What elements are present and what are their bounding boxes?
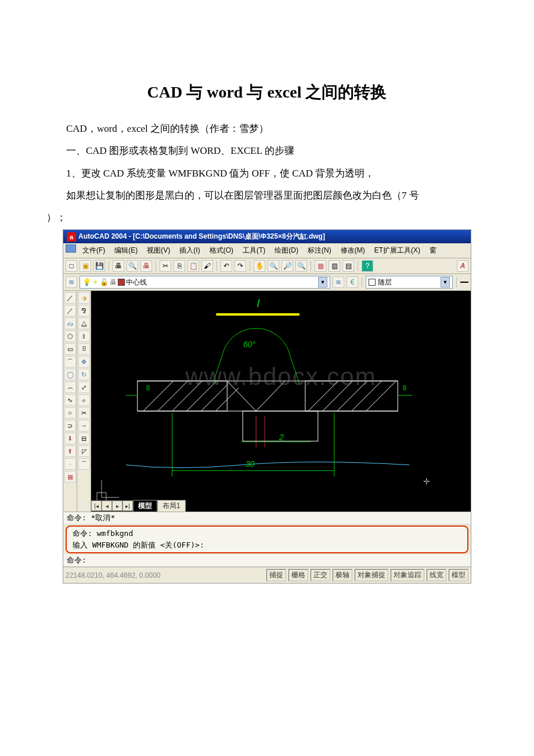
cmd-history-3: 输入 WMFBKGND 的新值 <关(OFF)>: — [69, 539, 465, 551]
menu-et-extension[interactable]: ET扩展工具(X) — [370, 244, 425, 257]
move-icon[interactable]: ✥ — [78, 356, 90, 368]
stretch-icon[interactable]: ⟐ — [78, 394, 90, 406]
osnap-button[interactable]: 对象捕捉 — [355, 569, 388, 581]
sun-icon: ☀ — [92, 278, 99, 286]
menu-insert[interactable]: 插入(I) — [175, 244, 204, 257]
redo-icon[interactable]: ↷ — [234, 260, 246, 272]
scale-icon[interactable]: ⤢ — [78, 381, 90, 393]
undo-icon[interactable]: ↶ — [221, 260, 232, 272]
cad-drawing: I — [91, 291, 471, 512]
hatch-icon[interactable]: ▦ — [64, 471, 76, 483]
menu-format[interactable]: 格式(O) — [205, 244, 238, 257]
fillet-icon[interactable]: ⌒ — [78, 458, 90, 470]
revcloud-icon[interactable]: ෴ — [64, 381, 76, 393]
publish-icon[interactable]: 🖶 — [140, 260, 152, 272]
trim-icon[interactable]: ✂ — [78, 407, 90, 419]
text-style-icon[interactable]: A — [457, 260, 468, 272]
point-icon[interactable]: · — [64, 458, 76, 470]
menu-edit[interactable]: 编辑(E) — [110, 244, 142, 257]
model-button[interactable]: 模型 — [449, 569, 468, 581]
menu-window[interactable]: 窗 — [425, 244, 441, 257]
polygon-icon[interactable]: ⬠ — [64, 330, 76, 342]
help-icon[interactable]: ? — [362, 260, 373, 272]
copy-obj-icon[interactable]: ⅋ — [78, 305, 90, 316]
paragraph-step-1: 1、更改 CAD 系统变量 WMFBKGND 值为 OFF，使 CAD 背景为透… — [46, 164, 488, 183]
pan-icon[interactable]: ✋ — [254, 260, 265, 272]
cmd-prompt[interactable]: 命令: — [63, 555, 471, 567]
paragraph-intro: CAD，word，excel 之间的转换（作者：雪梦） — [46, 120, 488, 138]
mirror-icon[interactable]: ⧋ — [78, 318, 90, 329]
break-icon[interactable]: ⊟ — [78, 433, 90, 444]
tab-next-icon[interactable]: ▸ — [112, 501, 122, 511]
copy-icon[interactable]: ⎘ — [174, 260, 185, 272]
tab-last-icon[interactable]: ▸| — [122, 501, 133, 511]
new-icon[interactable]: □ — [66, 260, 77, 272]
tab-first-icon[interactable]: |◂ — [91, 501, 102, 511]
paragraph-step-1c: ）； — [46, 208, 488, 227]
menu-dimension[interactable]: 标注(N) — [303, 244, 336, 257]
polar-button[interactable]: 极轴 — [333, 569, 352, 581]
rotate-icon[interactable]: ↻ — [78, 369, 90, 380]
save-icon[interactable]: 💾 — [93, 260, 105, 272]
tab-model[interactable]: 模型 — [133, 500, 157, 512]
zoom-realtime-icon[interactable]: 🔍 — [268, 260, 279, 272]
paragraph-step-1b: 如果想让复制的图形是黑白的，可以在图层管理器里面把图层颜色改为白色（7 号 — [46, 186, 488, 205]
cut-icon[interactable]: ✂ — [160, 260, 171, 272]
rectangle-icon[interactable]: ▭ — [64, 343, 76, 355]
modify-toolbar: ⬗ ⅋ ⧋ ⫴ ⠿ ✥ ↻ ⤢ ⟐ ✂ → ⊟ ◸ ⌒ — [77, 291, 91, 512]
menu-draw[interactable]: 绘图(D) — [270, 244, 303, 257]
circle-icon[interactable]: ◯ — [64, 369, 76, 380]
menu-view[interactable]: 视图(V) — [142, 244, 175, 257]
menu-tools[interactable]: 工具(T) — [238, 244, 270, 257]
angle-dimension: 60° — [243, 340, 255, 349]
tool-palette-icon[interactable]: ▤ — [342, 260, 354, 272]
print-icon[interactable]: 🖶 — [113, 260, 124, 272]
color-label: 随层 — [378, 278, 392, 287]
erase-icon[interactable]: ⬗ — [78, 292, 90, 304]
cad-app-icon[interactable] — [66, 244, 76, 253]
xline-icon[interactable]: ／ — [64, 305, 76, 316]
otrack-button[interactable]: 对象追踪 — [391, 569, 424, 581]
cad-canvas[interactable]: I — [91, 291, 471, 512]
layer-selector[interactable]: 💡 ☀ 🔓 🖶 中心线 ▼ — [80, 276, 330, 289]
tab-prev-icon[interactable]: ◂ — [102, 501, 112, 511]
tab-layout1[interactable]: 布局1 — [157, 500, 186, 512]
lock-icon: 🔓 — [100, 278, 109, 286]
array-icon[interactable]: ⠿ — [78, 343, 90, 355]
matchprop-icon[interactable]: 🖌 — [201, 260, 213, 272]
offset-icon[interactable]: ⫴ — [78, 330, 90, 342]
ellipse-arc-icon[interactable]: ⊃ — [64, 420, 76, 431]
grid-button[interactable]: 栅格 — [288, 569, 308, 581]
layer-state-icon[interactable]: ≋ — [333, 276, 344, 288]
zoom-previous-icon[interactable]: 🔍 — [295, 260, 307, 272]
chevron-down-icon[interactable]: ▼ — [441, 277, 450, 287]
properties-icon[interactable]: ▦ — [315, 260, 326, 272]
menu-file[interactable]: 文件(F) — [78, 244, 110, 257]
insert-icon[interactable]: ⬇ — [64, 433, 76, 444]
block-icon[interactable]: ⬆ — [64, 445, 76, 457]
preview-icon[interactable]: 🔍 — [127, 260, 138, 272]
layer-manager-icon[interactable]: ≋ — [66, 276, 77, 288]
lwt-button[interactable]: 线宽 — [427, 569, 446, 581]
extend-icon[interactable]: → — [78, 420, 90, 431]
menu-modify[interactable]: 修改(M) — [336, 244, 370, 257]
ellipse-icon[interactable]: ○ — [64, 407, 76, 419]
chamfer-icon[interactable]: ◸ — [78, 445, 90, 457]
spline-icon[interactable]: ∿ — [64, 394, 76, 406]
zoom-window-icon[interactable]: 🔎 — [282, 260, 293, 272]
design-center-icon[interactable]: ▥ — [329, 260, 340, 272]
line-icon[interactable]: ／ — [64, 292, 76, 304]
pline-icon[interactable]: ᔔ — [64, 318, 76, 329]
chevron-down-icon[interactable]: ▼ — [318, 277, 327, 287]
draw-toolbar: ／ ／ ᔔ ⬠ ▭ ⌒ ◯ ෴ ∿ ○ ⊃ ⬇ ⬆ · ▦ — [63, 291, 77, 512]
open-icon[interactable]: ▣ — [80, 260, 91, 272]
color-selector[interactable]: 随层 ▼ — [366, 276, 453, 289]
layer-prev-icon[interactable]: € — [347, 276, 358, 288]
paste-icon[interactable]: 📋 — [187, 260, 199, 272]
arc-icon[interactable]: ⌒ — [64, 356, 76, 368]
document-page: CAD 与 word 与 excel 之间的转换 CAD，word，excel … — [0, 0, 534, 607]
svg-text:I: I — [257, 297, 260, 310]
snap-button[interactable]: 捕捉 — [266, 569, 286, 581]
ortho-button[interactable]: 正交 — [311, 569, 330, 581]
dim-2: 2 — [279, 433, 284, 442]
